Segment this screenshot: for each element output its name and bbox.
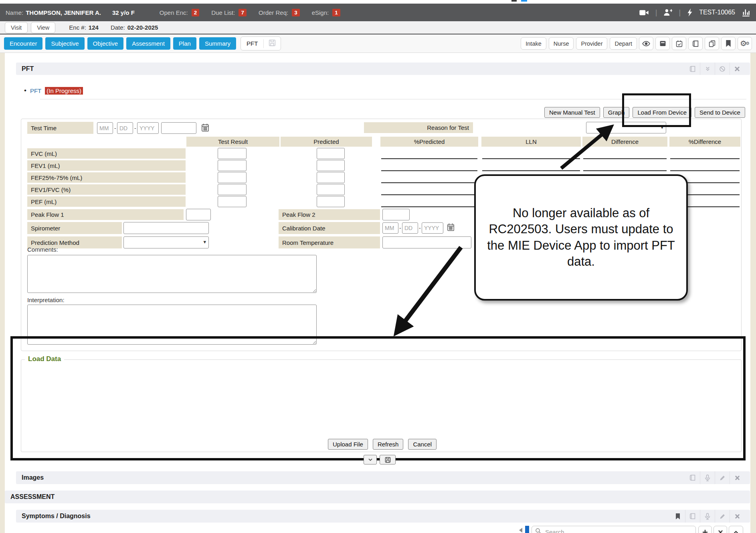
dictate-microphone-icon[interactable] — [700, 471, 715, 484]
calendar-check-icon[interactable] — [672, 37, 686, 50]
dictate-microphone-icon[interactable] — [700, 510, 715, 523]
due-list-badge[interactable]: 7 — [239, 9, 247, 16]
order-req-counter[interactable]: Order Req: 3 — [259, 9, 300, 16]
fev1-fvc-predicted-input[interactable] — [317, 184, 345, 195]
assessment-section-title: ASSESSMENT — [10, 493, 55, 501]
collapse-chevron-button[interactable] — [364, 455, 377, 464]
tab-summary[interactable]: Summary — [199, 37, 236, 50]
video-visit-icon[interactable] — [639, 9, 649, 16]
date-dash: - — [419, 225, 421, 231]
collapse-left-icon[interactable] — [518, 527, 523, 533]
pef-test-result-input[interactable] — [218, 196, 247, 207]
fvc-predicted-input[interactable] — [317, 148, 345, 159]
fef-test-result-input[interactable] — [218, 172, 247, 183]
calibration-dd-input[interactable] — [402, 222, 418, 234]
add-patient-icon[interactable] — [663, 9, 672, 16]
close-section-icon[interactable] — [730, 471, 744, 484]
tab-encounter[interactable]: Encounter — [4, 37, 42, 50]
tab-assessment[interactable]: Assessment — [126, 37, 170, 50]
open-enc-counter[interactable]: Open Enc: 2 — [160, 9, 199, 16]
esign-label: eSign: — [312, 9, 329, 16]
test-time-yyyy-input[interactable] — [137, 122, 159, 134]
fev1-fvc-test-result-input[interactable] — [218, 184, 247, 195]
order-req-badge[interactable]: 3 — [292, 9, 300, 16]
depart-button[interactable]: Depart — [610, 37, 637, 50]
prediction-method-select[interactable]: ▾ — [123, 236, 209, 248]
pft-section-header: PFT — [16, 63, 750, 75]
tab-plan[interactable]: Plan — [173, 37, 196, 50]
encounters-book-icon[interactable] — [685, 63, 700, 75]
comments-textarea[interactable] — [27, 255, 317, 293]
collapse-up-button[interactable] — [729, 526, 743, 533]
provider-button[interactable]: Provider — [576, 37, 607, 50]
test-time-calendar-icon[interactable] — [201, 123, 209, 133]
row-label-fef: FEF25%-75% (mL) — [27, 172, 186, 183]
encounter-bar: Visit View Enc #: 124 Date: 02-20-2025 — [0, 21, 756, 34]
search-input[interactable] — [544, 528, 692, 533]
esign-badge[interactable]: 1 — [332, 9, 340, 16]
pct-predicted-underline — [381, 206, 477, 207]
visit-tab[interactable]: Visit — [5, 22, 28, 33]
chart-stats-icon[interactable] — [742, 8, 750, 16]
pct-predicted-underline — [381, 194, 477, 195]
copy-chart-icon[interactable] — [705, 37, 719, 50]
edit-pencil-icon[interactable] — [715, 510, 730, 523]
save-note-icon[interactable] — [264, 39, 281, 48]
spirometer-input[interactable] — [123, 222, 209, 234]
col-difference: Difference — [582, 137, 667, 147]
bookmark-icon[interactable] — [671, 510, 685, 523]
system-id: TEST-10065 — [699, 9, 735, 16]
collapse-double-chevron-icon[interactable] — [700, 63, 715, 75]
encounters-book-icon[interactable] — [685, 510, 700, 523]
new-manual-test-button[interactable]: New Manual Test — [544, 107, 600, 118]
edit-pencil-icon[interactable] — [715, 471, 730, 484]
fev1-test-result-input[interactable] — [218, 160, 247, 171]
date-value: 02-20-2025 — [127, 24, 158, 31]
eye-icon[interactable] — [639, 37, 653, 50]
diagnosis-search-box[interactable] — [532, 526, 696, 533]
room-temperature-input[interactable] — [382, 236, 471, 248]
nurse-button[interactable]: Nurse — [549, 37, 574, 50]
bullet: • — [24, 87, 26, 95]
esign-counter[interactable]: eSign: 1 — [312, 9, 340, 16]
calibration-yyyy-input[interactable] — [422, 222, 443, 234]
open-enc-badge[interactable]: 2 — [192, 9, 200, 16]
peak-flow-1-label: Peak Flow 1 — [27, 209, 184, 220]
tab-subjective[interactable]: Subjective — [45, 37, 84, 50]
peak-flow-1-input[interactable] — [186, 209, 211, 220]
bookmark-icon[interactable] — [721, 37, 736, 50]
comments-label: Comments: — [27, 246, 58, 253]
tab-objective[interactable]: Objective — [87, 37, 124, 50]
fev1-predicted-input[interactable] — [317, 160, 345, 171]
calibration-calendar-icon[interactable] — [447, 223, 455, 233]
disable-circle-slash-icon[interactable] — [715, 63, 730, 75]
close-section-icon[interactable] — [730, 63, 744, 75]
calibration-mm-input[interactable] — [382, 222, 398, 234]
encounters-book-icon[interactable] — [685, 471, 700, 484]
view-tab[interactable]: View — [31, 22, 55, 33]
quick-action-lightning-icon[interactable] — [687, 8, 693, 16]
archive-icon[interactable] — [655, 37, 670, 50]
test-time-dd-input[interactable] — [117, 122, 133, 134]
due-list-counter[interactable]: Due List: 7 — [211, 9, 247, 16]
add-diagnosis-button[interactable] — [698, 526, 712, 533]
fvc-test-result-input[interactable] — [218, 148, 247, 159]
close-section-icon[interactable] — [730, 510, 744, 523]
test-time-mm-input[interactable] — [97, 122, 113, 134]
fef-predicted-input[interactable] — [317, 172, 345, 183]
save-section-button[interactable] — [380, 455, 396, 464]
patient-name: THOMPSON, JENNIFER A. — [26, 9, 101, 16]
annotation-box-load-data — [10, 336, 746, 460]
book-icon[interactable] — [688, 37, 703, 50]
intake-button[interactable]: Intake — [521, 37, 546, 50]
clear-button[interactable] — [714, 526, 727, 533]
images-section-title: Images — [22, 474, 44, 481]
pef-predicted-input[interactable] — [317, 196, 345, 207]
send-to-device-button[interactable]: Send to Device — [695, 107, 745, 118]
tab-pft-active[interactable]: PFT — [241, 36, 281, 50]
settings-gears-icon[interactable]: ⚙⚙ — [738, 37, 752, 50]
order-req-label: Order Req: — [259, 9, 288, 16]
pft-status-link[interactable]: PFT — [30, 87, 41, 94]
test-time-time-input[interactable] — [161, 122, 196, 134]
peak-flow-2-input[interactable] — [382, 209, 410, 220]
